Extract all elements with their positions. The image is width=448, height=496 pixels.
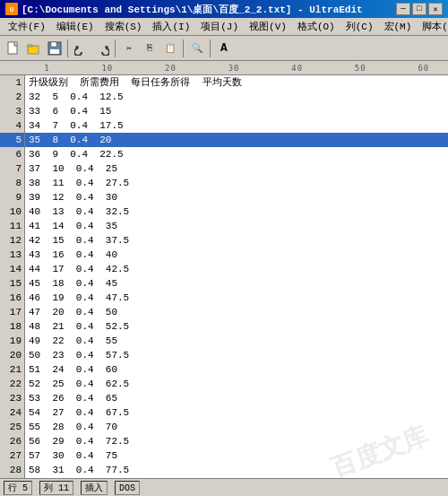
text-line[interactable]: 44 17 0.4 42.5 xyxy=(25,262,448,276)
text-line[interactable]: 53 26 0.4 65 xyxy=(25,391,448,405)
line-number: 26 xyxy=(0,434,24,448)
line-number: 19 xyxy=(0,334,24,348)
paste-button[interactable]: 📋 xyxy=(160,39,180,58)
text-line[interactable]: 41 14 0.4 35 xyxy=(25,219,448,233)
line-number: 21 xyxy=(0,362,24,377)
status-insert: 插入 xyxy=(81,481,108,495)
menu-item-M[interactable]: 宏(M) xyxy=(380,19,417,34)
cut-button[interactable]: ✂ xyxy=(119,39,139,58)
save-button[interactable] xyxy=(45,39,65,58)
text-line[interactable]: 57 30 0.4 75 xyxy=(25,448,448,463)
line-number: 15 xyxy=(0,276,24,291)
line-number: 17 xyxy=(0,305,24,319)
text-line[interactable]: 47 20 0.4 50 xyxy=(25,305,448,319)
open-button[interactable] xyxy=(24,39,44,58)
text-line[interactable]: 32 5 0.4 12.5 xyxy=(25,90,448,104)
undo-button[interactable] xyxy=(72,39,91,58)
line-number: 4 xyxy=(0,118,24,133)
text-line[interactable]: 49 22 0.4 55 xyxy=(25,334,448,348)
font-button[interactable]: A xyxy=(214,39,234,58)
text-line[interactable]: 37 10 0.4 25 xyxy=(25,161,448,176)
line-number: 29 xyxy=(0,477,24,478)
text-line[interactable]: 54 27 0.4 67.5 xyxy=(25,405,448,420)
text-line[interactable]: 52 25 0.4 62.5 xyxy=(25,377,448,391)
line-number: 23 xyxy=(0,391,24,405)
line-number: 20 xyxy=(0,348,24,362)
status-line: 行 5 xyxy=(4,481,32,495)
text-line[interactable]: 55 28 0.4 70 xyxy=(25,420,448,434)
text-line[interactable]: 35 8 0.4 20 xyxy=(25,133,448,147)
editor-area[interactable]: 1234567891011121314151617181920212223242… xyxy=(0,75,448,478)
text-line[interactable]: 56 29 0.4 72.5 xyxy=(25,434,448,448)
window-title: [C:\Documents and Settings\1\桌面\百度_2_2.t… xyxy=(22,3,363,16)
line-number: 5 xyxy=(0,133,24,147)
line-number: 18 xyxy=(0,319,24,334)
line-number: 24 xyxy=(0,405,24,420)
svg-rect-4 xyxy=(51,42,56,47)
window-controls: ─ □ ✕ xyxy=(396,3,443,15)
line-number: 7 xyxy=(0,161,24,176)
toolbar: ✂ ⎘ 📋 🔍 A xyxy=(0,36,448,61)
title-bar: U [C:\Documents and Settings\1\桌面\百度_2_2… xyxy=(0,0,448,18)
menu-item-J[interactable]: 项目(J) xyxy=(196,19,243,34)
menu-item-I[interactable]: 插入(I) xyxy=(148,19,194,34)
svg-rect-5 xyxy=(50,49,59,54)
line-number: 10 xyxy=(0,204,24,219)
toolbar-separator-4 xyxy=(210,39,211,57)
menu-item-S[interactable]: 搜索(S) xyxy=(100,19,147,34)
redo-button[interactable] xyxy=(92,39,112,58)
ruler: 1 10 20 30 40 50 60 xyxy=(0,61,448,75)
line-number: 14 xyxy=(0,262,24,276)
line-number: 1 xyxy=(0,75,24,90)
text-line[interactable]: 51 24 0.4 60 xyxy=(25,362,448,377)
text-content[interactable]: 升级级别 所需费用 每日任务所得 平均天数32 5 0.4 12.533 6 0… xyxy=(25,75,448,478)
line-number: 2 xyxy=(0,90,24,104)
menu-bar: 文件(F)编辑(E)搜索(S)插入(I)项目(J)视图(V)格式(O)列(C)宏… xyxy=(0,18,448,36)
text-line[interactable]: 34 7 0.4 17.5 xyxy=(25,118,448,133)
line-number: 22 xyxy=(0,377,24,391)
status-col: 列 11 xyxy=(39,481,73,495)
maximize-button[interactable]: □ xyxy=(412,3,426,15)
menu-item-F[interactable]: 文件(F) xyxy=(4,19,50,34)
close-button[interactable]: ✕ xyxy=(428,3,443,15)
line-number: 11 xyxy=(0,219,24,233)
text-line[interactable]: 59 32 0.4 80 xyxy=(25,477,448,478)
text-line[interactable]: 50 23 0.4 57.5 xyxy=(25,348,448,362)
line-number: 6 xyxy=(0,147,24,161)
text-line[interactable]: 43 16 0.4 40 xyxy=(25,248,448,262)
toolbar-separator-1 xyxy=(67,39,69,57)
app-icon: U xyxy=(5,3,18,15)
menu-item-O[interactable]: 格式(O) xyxy=(293,19,340,34)
text-line[interactable]: 42 15 0.4 37.5 xyxy=(25,233,448,248)
menu-item-E[interactable]: 编辑(E) xyxy=(52,19,99,34)
line-numbers: 1234567891011121314151617181920212223242… xyxy=(0,75,25,478)
text-line[interactable]: 36 9 0.4 22.5 xyxy=(25,147,448,161)
toolbar-separator-2 xyxy=(115,39,116,57)
text-line[interactable]: 38 11 0.4 27.5 xyxy=(25,176,448,190)
text-line[interactable]: 39 12 0.4 30 xyxy=(25,190,448,204)
line-number: 27 xyxy=(0,448,24,463)
text-line[interactable]: 33 6 0.4 15 xyxy=(25,104,448,118)
copy-button[interactable]: ⎘ xyxy=(140,39,159,58)
find-button[interactable]: 🔍 xyxy=(187,39,207,58)
line-number: 9 xyxy=(0,190,24,204)
minimize-button[interactable]: ─ xyxy=(396,3,410,15)
menu-item-C[interactable]: 列(C) xyxy=(341,19,378,34)
menu-item-B[interactable]: 脚本(B) xyxy=(418,19,448,34)
text-line[interactable]: 58 31 0.4 77.5 xyxy=(25,463,448,477)
menu-item-V[interactable]: 视图(V) xyxy=(245,19,291,34)
text-line[interactable]: 40 13 0.4 32.5 xyxy=(25,204,448,219)
line-number: 13 xyxy=(0,248,24,262)
text-line[interactable]: 48 21 0.4 52.5 xyxy=(25,319,448,334)
line-number: 12 xyxy=(0,233,24,248)
toolbar-separator-3 xyxy=(183,39,185,57)
line-number: 8 xyxy=(0,176,24,190)
text-line[interactable]: 46 19 0.4 47.5 xyxy=(25,291,448,305)
new-button[interactable] xyxy=(4,39,23,58)
text-line[interactable]: 45 18 0.4 45 xyxy=(25,276,448,291)
line-number: 28 xyxy=(0,463,24,477)
status-bar: 行 5 列 11 插入 DOS xyxy=(0,478,448,496)
line-number: 25 xyxy=(0,420,24,434)
text-line[interactable]: 升级级别 所需费用 每日任务所得 平均天数 xyxy=(25,75,448,90)
status-encoding: DOS xyxy=(115,481,140,495)
